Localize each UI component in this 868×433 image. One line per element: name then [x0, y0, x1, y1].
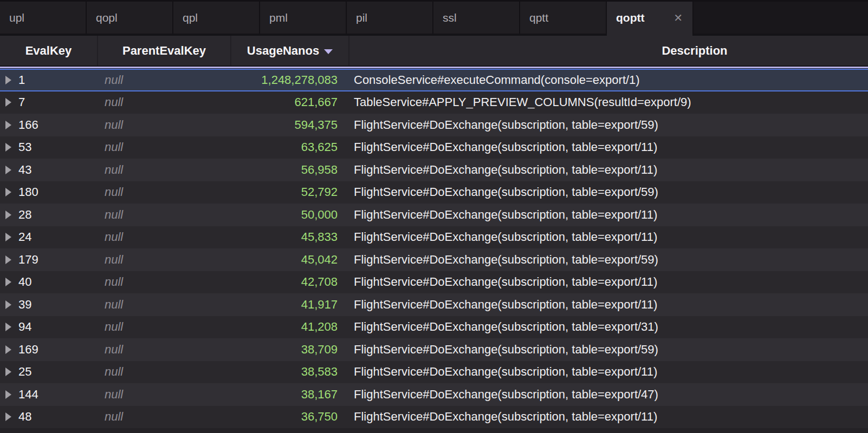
parentevalkey-cell: null — [98, 248, 231, 271]
description-cell: FlightService#DoExchange(subscription, t… — [349, 383, 868, 406]
table-row[interactable]: 53 null 63,625 FlightService#DoExchange(… — [0, 136, 868, 159]
evalkey-value: 25 — [18, 365, 31, 379]
tab-pil[interactable]: pil — [347, 2, 433, 34]
tab-qptt[interactable]: qptt — [520, 2, 607, 34]
tab-label: ssl — [443, 11, 457, 24]
parentevalkey-cell: null — [98, 181, 231, 204]
table-row[interactable]: 166 null 594,375 FlightService#DoExchang… — [0, 114, 868, 136]
table-row[interactable]: 94 null 41,208 FlightService#DoExchange(… — [0, 316, 868, 339]
usagenanos-cell: 41,208 — [231, 316, 349, 339]
column-header-description[interactable]: Description — [349, 36, 868, 65]
expand-caret-icon[interactable] — [5, 278, 11, 286]
evalkey-value: 48 — [18, 410, 31, 424]
usagenanos-cell: 45,833 — [231, 226, 349, 249]
expand-caret-icon[interactable] — [5, 76, 11, 84]
table-row[interactable]: 144 null 38,167 FlightService#DoExchange… — [0, 383, 868, 406]
evalkey-value: 43 — [18, 163, 31, 177]
expand-caret-icon[interactable] — [5, 345, 11, 354]
expand-caret-icon[interactable] — [5, 121, 11, 129]
parentevalkey-cell: null — [98, 406, 231, 429]
evalkey-value: 166 — [18, 118, 38, 132]
table-row[interactable]: 28 null 50,000 FlightService#DoExchange(… — [0, 204, 868, 226]
parentevalkey-cell: null — [98, 316, 231, 339]
description-cell: FlightService#DoExchange(subscription, t… — [349, 248, 868, 271]
table-row[interactable]: 40 null 42,708 FlightService#DoExchange(… — [0, 271, 868, 294]
column-header-evalkey[interactable]: EvalKey — [0, 36, 98, 65]
parentevalkey-cell: null — [98, 271, 231, 294]
evalkey-value: 179 — [18, 253, 38, 267]
expand-caret-icon[interactable] — [5, 390, 11, 399]
evalkey-cell: 94 — [0, 316, 98, 339]
tab-pml[interactable]: pml — [260, 2, 347, 34]
expand-caret-icon[interactable] — [5, 98, 11, 107]
table-row[interactable]: 25 null 38,583 FlightService#DoExchange(… — [0, 361, 868, 384]
expand-caret-icon[interactable] — [5, 211, 11, 219]
usagenanos-cell: 56,958 — [231, 159, 349, 181]
column-header-parentevalkey[interactable]: ParentEvalKey — [98, 36, 231, 65]
table-row[interactable]: 180 null 52,792 FlightService#DoExchange… — [0, 181, 868, 204]
description-cell: FlightService#DoExchange(subscription, t… — [349, 293, 868, 316]
usagenanos-cell: 63,625 — [231, 136, 349, 159]
column-header-usagenanos[interactable]: UsageNanos — [231, 36, 349, 65]
evalkey-value: 1 — [18, 73, 25, 87]
table-row[interactable]: 1 null 1,248,278,083 ConsoleService#exec… — [0, 69, 868, 91]
expand-caret-icon[interactable] — [5, 300, 11, 309]
evalkey-cell: 40 — [0, 271, 98, 294]
evalkey-value: 144 — [18, 388, 38, 402]
parentevalkey-cell: null — [98, 91, 231, 114]
evalkey-cell: 39 — [0, 293, 98, 316]
expand-caret-icon[interactable] — [5, 143, 11, 152]
tab-label: pil — [356, 11, 367, 24]
usagenanos-cell: 1,248,278,083 — [231, 70, 349, 90]
tab-label: qopl — [96, 11, 118, 24]
table-row[interactable]: 39 null 41,917 FlightService#DoExchange(… — [0, 293, 868, 316]
description-cell: ConsoleService#executeCommand(console=ex… — [349, 70, 868, 90]
table-row[interactable]: 7 null 621,667 TableService#APPLY_PREVIE… — [0, 91, 868, 114]
column-header-label: ParentEvalKey — [122, 44, 206, 58]
evalkey-value: 24 — [18, 230, 31, 244]
parentevalkey-cell: null — [98, 361, 231, 384]
evalkey-cell: 179 — [0, 248, 98, 271]
usagenanos-cell: 45,042 — [231, 248, 349, 271]
parentevalkey-cell: null — [98, 204, 231, 226]
evalkey-value: 40 — [18, 275, 31, 289]
usagenanos-cell: 38,709 — [231, 338, 349, 361]
usagenanos-cell: 50,000 — [231, 204, 349, 226]
table-row[interactable]: 179 null 45,042 FlightService#DoExchange… — [0, 248, 868, 271]
expand-caret-icon[interactable] — [5, 323, 11, 331]
parentevalkey-cell: null — [98, 338, 231, 361]
expand-caret-icon[interactable] — [5, 368, 11, 376]
expand-caret-icon[interactable] — [5, 233, 11, 241]
expand-caret-icon[interactable] — [5, 255, 11, 264]
evalkey-value: 53 — [18, 140, 31, 154]
tab-label: pml — [269, 11, 288, 24]
table-row[interactable]: 24 null 45,833 FlightService#DoExchange(… — [0, 226, 868, 249]
tab-ssl[interactable]: ssl — [433, 2, 520, 34]
evalkey-value: 169 — [18, 343, 38, 357]
usagenanos-cell: 41,917 — [231, 293, 349, 316]
table-row[interactable]: 169 null 38,709 FlightService#DoExchange… — [0, 338, 868, 361]
table-row[interactable]: 48 null 36,750 FlightService#DoExchange(… — [0, 406, 868, 429]
tab-qopl[interactable]: qopl — [87, 2, 173, 34]
column-header-label: Description — [662, 44, 727, 58]
tab-label: qoptt — [616, 11, 644, 24]
table-row[interactable]: 43 null 56,958 FlightService#DoExchange(… — [0, 159, 868, 181]
description-cell: TableService#APPLY_PREVIEW_COLUMNS(resul… — [349, 91, 868, 114]
tab-upl[interactable]: upl — [0, 2, 87, 34]
usagenanos-cell: 38,583 — [231, 361, 349, 384]
usagenanos-cell: 42,708 — [231, 271, 349, 294]
parentevalkey-cell: null — [98, 136, 231, 159]
expand-caret-icon[interactable] — [5, 188, 11, 196]
parentevalkey-cell: null — [98, 114, 231, 136]
description-cell: FlightService#DoExchange(subscription, t… — [349, 271, 868, 294]
usagenanos-cell: 594,375 — [231, 114, 349, 136]
close-icon[interactable]: ✕ — [672, 11, 684, 24]
tab-qoptt[interactable]: qoptt ✕ — [607, 2, 694, 34]
expand-caret-icon[interactable] — [5, 166, 11, 174]
description-cell: FlightService#DoExchange(subscription, t… — [349, 226, 868, 249]
description-cell: FlightService#DoExchange(subscription, t… — [349, 181, 868, 204]
evalkey-cell: 7 — [0, 91, 98, 114]
tab-qpl[interactable]: qpl — [173, 2, 260, 34]
usagenanos-cell: 52,792 — [231, 181, 349, 204]
expand-caret-icon[interactable] — [5, 412, 11, 421]
